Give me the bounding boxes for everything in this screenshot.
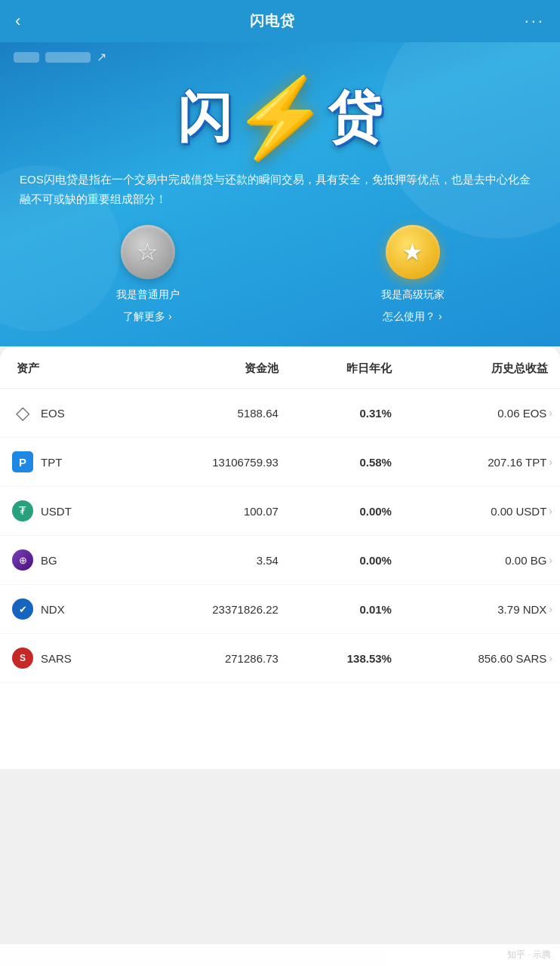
user-type-row: ☆ 我是普通用户 了解更多 › ★ 我是高级玩家 怎么使用？ › xyxy=(0,225,560,324)
advanced-user-link[interactable]: 怎么使用？ › xyxy=(383,310,442,324)
history-value-2: 0.00 USDT xyxy=(491,505,546,518)
advanced-user-card[interactable]: ★ 我是高级玩家 怎么使用？ › xyxy=(280,225,545,324)
asset-table: 资产 资金池 昨日年化 历史总收益 ◇ EOS 5188.64 0.31% 0.… xyxy=(0,346,560,683)
header-title: 闪电贷 xyxy=(250,11,295,31)
pool-value-5: 271286.73 xyxy=(140,634,289,683)
back-button[interactable]: ‹ xyxy=(15,11,20,31)
rate-value-2: 0.00% xyxy=(289,487,402,536)
user-avatar xyxy=(14,52,39,63)
col-rate: 昨日年化 xyxy=(289,346,402,389)
history-cell-5[interactable]: 856.60 SARS › xyxy=(402,634,560,683)
asset-name-cell-0: ◇ EOS xyxy=(0,389,140,438)
user-bar: ↗ xyxy=(0,42,560,72)
asset-icon-usdt: ₮ xyxy=(12,500,33,521)
col-asset: 资产 xyxy=(0,346,140,389)
asset-name-cell-1: P TPT xyxy=(0,438,140,487)
history-cell-3[interactable]: 0.00 BG › xyxy=(402,536,560,585)
history-value-3: 0.00 BG xyxy=(505,554,546,567)
asset-name-cell-4: ✔ NDX xyxy=(0,585,140,634)
chevron-right-icon: › xyxy=(549,603,552,615)
chevron-right-icon: › xyxy=(549,505,552,517)
rate-value-1: 0.58% xyxy=(289,438,402,487)
history-value-5: 856.60 SARS xyxy=(478,652,546,665)
rate-value-5: 138.53% xyxy=(289,634,402,683)
user-link-icon[interactable]: ↗ xyxy=(97,50,106,64)
table-row[interactable]: ⊕ BG 3.54 0.00% 0.00 BG › xyxy=(0,536,560,585)
history-value-0: 0.06 EOS xyxy=(497,407,546,420)
asset-icon-sars: S xyxy=(12,648,33,669)
asset-name-3: BG xyxy=(41,554,57,567)
col-history: 历史总收益 xyxy=(402,346,560,389)
chevron-right-icon: › xyxy=(549,456,552,468)
table-row[interactable]: P TPT 13106759.93 0.58% 207.16 TPT › xyxy=(0,438,560,487)
watermark-bar: 知乎 · 示腾 xyxy=(0,944,560,966)
asset-name-cell-5: S SARS xyxy=(0,634,140,683)
history-cell-1[interactable]: 207.16 TPT › xyxy=(402,438,560,487)
pool-value-0: 5188.64 xyxy=(140,389,289,438)
history-cell-4[interactable]: 3.79 NDX › xyxy=(402,585,560,634)
chevron-right-icon: › xyxy=(549,407,552,419)
history-cell-2[interactable]: 0.00 USDT › xyxy=(402,487,560,536)
pool-value-1: 13106759.93 xyxy=(140,438,289,487)
asset-name-5: SARS xyxy=(41,652,72,665)
table-row[interactable]: ◇ EOS 5188.64 0.31% 0.06 EOS › xyxy=(0,389,560,438)
logo-char1: 闪 xyxy=(177,90,233,144)
table-header-row: 资产 资金池 昨日年化 历史总收益 xyxy=(0,346,560,389)
asset-table-card: 资产 资金池 昨日年化 历史总收益 ◇ EOS 5188.64 0.31% 0.… xyxy=(0,346,560,769)
asset-icon-tpt: P xyxy=(12,451,33,472)
app-header: ‹ 闪电贷 ··· xyxy=(0,0,560,42)
rate-value-0: 0.31% xyxy=(289,389,402,438)
advanced-user-label: 我是高级玩家 xyxy=(381,287,445,303)
history-value-4: 3.79 NDX xyxy=(497,603,546,616)
asset-icon-ndx: ✔ xyxy=(12,598,33,620)
normal-user-label: 我是普通用户 xyxy=(116,287,180,303)
asset-name-cell-3: ⊕ BG xyxy=(0,536,140,585)
flash-loan-logo: 闪 ⚡ 贷 xyxy=(177,79,383,155)
asset-name-cell-2: ₮ USDT xyxy=(0,487,140,536)
normal-user-link[interactable]: 了解更多 › xyxy=(123,310,172,324)
table-row[interactable]: ✔ NDX 23371826.22 0.01% 3.79 NDX › xyxy=(0,585,560,634)
asset-name-2: USDT xyxy=(41,505,72,518)
normal-user-icon: ☆ xyxy=(121,225,175,279)
chevron-right-icon: › xyxy=(549,652,552,664)
normal-user-card[interactable]: ☆ 我是普通用户 了解更多 › xyxy=(15,225,280,324)
logo-bolt: ⚡ xyxy=(233,79,328,155)
table-row[interactable]: S SARS 271286.73 138.53% 856.60 SARS › xyxy=(0,634,560,683)
chevron-right-icon: › xyxy=(549,554,552,566)
col-pool: 资金池 xyxy=(140,346,289,389)
advanced-user-icon: ★ xyxy=(386,225,440,279)
asset-name-4: NDX xyxy=(41,603,65,616)
history-cell-0[interactable]: 0.06 EOS › xyxy=(402,389,560,438)
pool-value-4: 23371826.22 xyxy=(140,585,289,634)
pool-value-3: 3.54 xyxy=(140,536,289,585)
asset-name-1: TPT xyxy=(41,456,62,469)
watermark-text: 知乎 · 示腾 xyxy=(507,949,551,961)
rate-value-3: 0.00% xyxy=(289,536,402,585)
hero-description: EOS闪电贷是指在一个交易中完成借贷与还款的瞬间交易，具有安全，免抵押等优点，也… xyxy=(0,170,560,225)
history-value-1: 207.16 TPT xyxy=(488,456,546,469)
logo-char2: 贷 xyxy=(328,90,383,144)
table-row[interactable]: ₮ USDT 100.07 0.00% 0.00 USDT › xyxy=(0,487,560,536)
more-button[interactable]: ··· xyxy=(525,11,545,31)
asset-icon-bg: ⊕ xyxy=(12,549,33,571)
hero-section: ↗ 闪 ⚡ 贷 EOS闪电贷是指在一个交易中完成借贷与还款的瞬间交易，具有安全，… xyxy=(0,42,560,346)
asset-name-0: EOS xyxy=(41,407,65,420)
hero-logo: 闪 ⚡ 贷 xyxy=(0,72,560,170)
pool-value-2: 100.07 xyxy=(140,487,289,536)
rate-value-4: 0.01% xyxy=(289,585,402,634)
user-name xyxy=(45,52,91,63)
asset-icon-eos: ◇ xyxy=(12,402,33,423)
